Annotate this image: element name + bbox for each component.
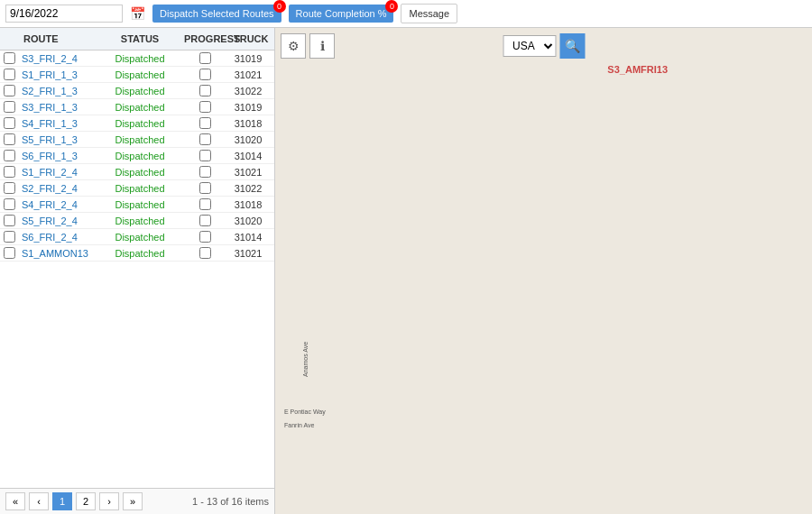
route-status-6: Dispatched [99,151,180,161]
message-button[interactable]: Message [401,4,457,23]
progress-cell-6 [180,150,230,161]
route-name-9[interactable]: S4_FRI_2_4 [18,199,99,210]
route-completion-button[interactable]: Route Completion % 0 [289,5,394,23]
main-content: ROUTE STATUS PROGRESS TRUCK S3_FRI_2_4 D… [0,28,812,514]
header-check [0,32,18,46]
top-bar: 9/16/2022 📅 Dispatch Selected Routes 0 R… [0,0,812,28]
map-toolbar: ⚙ ℹ [281,33,335,59]
progress-cell-9 [180,198,230,210]
pontiac-label: E Pontiac Way [284,408,326,415]
progress-cell-11 [180,231,230,243]
truck-cell-0: 31019 [230,53,266,64]
route-status-0: Dispatched [99,53,180,64]
route-status-7: Dispatched [99,167,180,178]
row-checkbox-1[interactable] [4,69,15,80]
route-status-11: Dispatched [99,232,180,243]
progress-checkbox-8[interactable] [199,182,211,194]
map-route-label: S3_AMFRI13 [607,64,668,75]
map-area[interactable]: ⚙ ℹ USA 🔍 S3_AMFRI13 [275,28,812,514]
row-checkbox-cell [0,215,18,226]
progress-checkbox-5[interactable] [199,133,211,145]
row-checkbox-2[interactable] [4,85,15,96]
row-checkbox-cell [0,101,18,113]
route-status-10: Dispatched [99,216,180,226]
row-checkbox-11[interactable] [4,231,15,243]
table-row: S5_FRI_1_3 Dispatched 31020 [0,132,274,148]
row-checkbox-cell [0,231,18,243]
progress-checkbox-0[interactable] [199,52,211,64]
page-2-button[interactable]: 2 [76,492,96,510]
calendar-icon[interactable]: 📅 [130,6,145,21]
truck-cell-2: 31022 [230,86,266,96]
first-page-button[interactable]: « [5,492,25,510]
route-name-3[interactable]: S3_FRI_1_3 [18,102,99,113]
dispatch-selected-routes-button[interactable]: Dispatch Selected Routes 0 [152,5,281,23]
header-status: STATUS [99,32,180,46]
row-checkbox-9[interactable] [4,198,15,210]
dispatch-badge: 0 [273,0,286,13]
progress-cell-8 [180,182,230,194]
route-status-3: Dispatched [99,102,180,113]
row-checkbox-4[interactable] [4,117,15,129]
route-name-4[interactable]: S4_FRI_1_3 [18,118,99,129]
row-checkbox-5[interactable] [4,133,15,145]
table-row: S5_FRI_2_4 Dispatched 31020 [0,213,274,229]
truck-cell-5: 31020 [230,134,266,145]
table-row: S3_FRI_1_3 Dispatched 31019 [0,99,274,115]
country-dropdown[interactable]: USA [503,35,556,57]
date-input[interactable]: 9/16/2022 [5,5,123,23]
table-row: S6_FRI_2_4 Dispatched 31014 [0,229,274,245]
progress-checkbox-7[interactable] [199,166,211,178]
route-name-7[interactable]: S1_FRI_2_4 [18,167,99,178]
route-status-9: Dispatched [99,199,180,210]
row-checkbox-3[interactable] [4,101,15,113]
table-header: ROUTE STATUS PROGRESS TRUCK [0,28,274,50]
route-name-12[interactable]: S1_AMMON13 [18,248,99,259]
route-name-0[interactable]: S3_FRI_2_4 [18,53,99,64]
progress-checkbox-11[interactable] [199,231,211,243]
route-name-8[interactable]: S2_FRI_2_4 [18,183,99,194]
truck-cell-3: 31019 [230,102,266,113]
progress-checkbox-9[interactable] [199,198,211,210]
prev-page-button[interactable]: ‹ [29,492,49,510]
progress-cell-3 [180,101,230,113]
row-checkbox-cell [0,198,18,210]
info-button[interactable]: ℹ [309,33,335,59]
map-country-select: USA 🔍 [503,33,585,59]
route-status-4: Dispatched [99,118,180,129]
route-name-1[interactable]: S1_FRI_1_3 [18,69,99,80]
progress-checkbox-2[interactable] [199,85,211,96]
row-checkbox-12[interactable] [4,247,15,259]
progress-cell-0 [180,52,230,64]
row-checkbox-cell [0,182,18,194]
map-search-button[interactable]: 🔍 [559,33,585,59]
last-page-button[interactable]: » [123,492,143,510]
next-page-button[interactable]: › [99,492,119,510]
page-1-button[interactable]: 1 [52,492,72,510]
header-truck: TRUCK [230,32,266,46]
progress-checkbox-12[interactable] [199,247,211,259]
progress-checkbox-1[interactable] [199,69,211,80]
route-name-2[interactable]: S2_FRI_1_3 [18,86,99,96]
progress-checkbox-10[interactable] [199,215,211,226]
truck-cell-12: 31021 [230,248,266,259]
row-checkbox-0[interactable] [4,52,15,64]
row-checkbox-8[interactable] [4,182,15,194]
route-name-11[interactable]: S6_FRI_2_4 [18,232,99,243]
row-checkbox-cell [0,52,18,64]
progress-checkbox-3[interactable] [199,101,211,113]
row-checkbox-10[interactable] [4,215,15,226]
route-status-12: Dispatched [99,248,180,259]
route-name-10[interactable]: S5_FRI_2_4 [18,216,99,226]
route-name-5[interactable]: S5_FRI_1_3 [18,134,99,145]
progress-checkbox-4[interactable] [199,117,211,129]
row-checkbox-6[interactable] [4,150,15,161]
row-checkbox-7[interactable] [4,166,15,178]
gear-button[interactable]: ⚙ [281,33,306,59]
progress-checkbox-6[interactable] [199,150,211,161]
row-checkbox-cell [0,247,18,259]
left-panel: ROUTE STATUS PROGRESS TRUCK S3_FRI_2_4 D… [0,28,275,514]
route-name-6[interactable]: S6_FRI_1_3 [18,151,99,161]
page-info: 1 - 13 of 16 items [192,496,269,507]
truck-cell-6: 31014 [230,151,266,161]
